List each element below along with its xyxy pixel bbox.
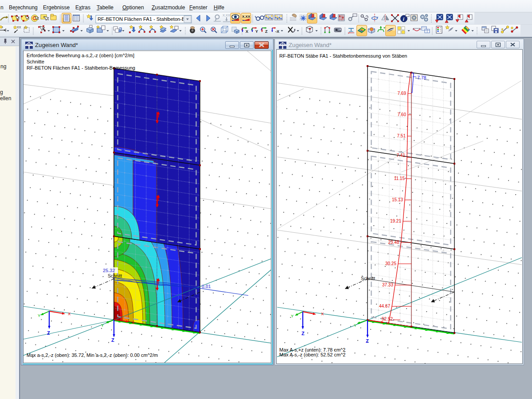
svg-text:30.25: 30.25	[385, 261, 396, 266]
svg-text:Y: Y	[101, 323, 104, 328]
svg-text:X.XX: X.XX	[242, 15, 250, 19]
svg-text:Max a-s,2,-z (oben): 35.72, Mi: Max a-s,2,-z (oben): 35.72, Min a-s,2,-z…	[27, 352, 158, 358]
svg-text:x: x	[2, 26, 3, 28]
svg-text:19.21: 19.21	[390, 219, 401, 223]
svg-text:X: X	[386, 321, 389, 325]
svg-text:Y: Y	[38, 313, 41, 318]
svg-text:Erforderliche Bewehrung a-s,2,: Erforderliche Bewehrung a-s,2,-z (oben) …	[27, 53, 134, 58]
svg-text:Z: Z	[366, 338, 369, 344]
svg-text:Schnitte: Schnitte	[27, 59, 44, 64]
svg-text:Z: Z	[301, 331, 305, 336]
svg-text:11.15: 11.15	[394, 176, 405, 181]
svg-text:XX: XX	[17, 26, 21, 29]
svg-text:-X: -X	[275, 29, 279, 34]
svg-text:25.32: 25.32	[103, 268, 115, 273]
svg-text:7.69: 7.69	[398, 91, 407, 96]
svg-text:44.67: 44.67	[379, 304, 390, 309]
svg-text:Y: Y	[255, 29, 258, 34]
svg-text:X: X	[321, 311, 324, 316]
svg-text:Z: Z	[111, 337, 114, 343]
svg-text:Y: Y	[291, 313, 294, 318]
svg-text:Z: Z	[47, 330, 50, 336]
svg-text:7.60: 7.60	[398, 112, 407, 117]
svg-text:37.33: 37.33	[382, 282, 393, 287]
svg-text:7.41: 7.41	[397, 153, 406, 158]
svg-text:X.XX: X.XX	[223, 13, 230, 17]
svg-text:7.51: 7.51	[397, 133, 406, 138]
svg-text:0.01: 0.01	[202, 284, 211, 289]
svg-text:RF-BETON Flächen FA1 - Stahlbe: RF-BETON Flächen FA1 - Stahlbeton-Be	[98, 16, 188, 22]
svg-text:Z: Z	[265, 29, 268, 34]
svg-text:RF-BETON Stäbe FA1 - Stahlbeto: RF-BETON Stäbe FA1 - Stahlbetonbemessung…	[279, 53, 407, 59]
svg-text:15.13: 15.13	[392, 197, 403, 202]
svg-text:7.78: 7.78	[417, 75, 426, 80]
svg-text:Schnitt: Schnitt	[108, 273, 122, 278]
svg-text:X: X	[68, 311, 71, 316]
svg-text:RF-BETON Flächen FA1 - Stahlbe: RF-BETON Flächen FA1 - Stahlbeton-Bemess…	[27, 65, 135, 70]
svg-text:Max A-s,-z (oben): 52.52 cm^2: Max A-s,-z (oben): 52.52 cm^2	[279, 352, 345, 357]
svg-text:X: X	[246, 29, 248, 34]
svg-text:Schnitt: Schnitt	[361, 276, 375, 281]
svg-text:X: X	[132, 320, 135, 325]
svg-text:23.48: 23.48	[388, 240, 399, 245]
svg-text:Y: Y	[354, 323, 357, 328]
